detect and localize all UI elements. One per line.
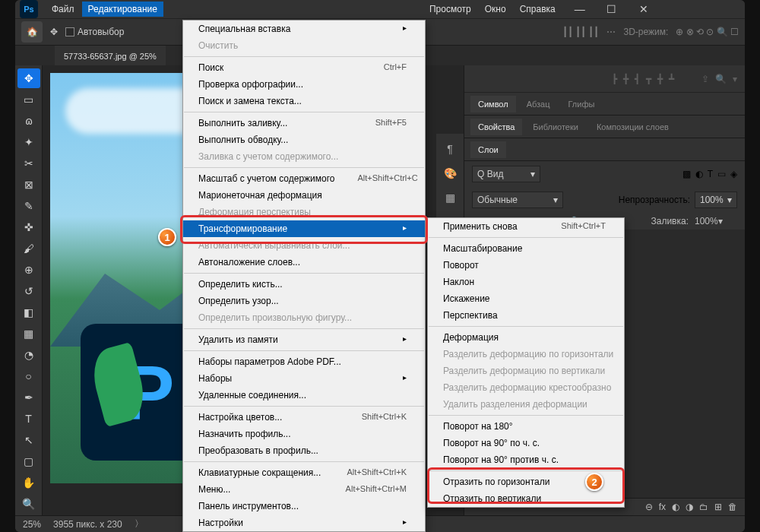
move-tool-icon[interactable]: ✥ xyxy=(50,27,58,37)
shape-tool[interactable]: ▢ xyxy=(17,451,40,471)
dodge-tool[interactable]: ○ xyxy=(17,366,40,386)
mask-icon[interactable]: ◐ xyxy=(672,502,679,512)
gradient-tool[interactable]: ▦ xyxy=(17,324,40,344)
filter-icon[interactable]: ▩ xyxy=(682,169,691,179)
fx-icon[interactable]: fx xyxy=(659,502,666,512)
menu-scale[interactable]: Масштабирование xyxy=(428,240,624,257)
panel-icon-b[interactable]: 🎨 xyxy=(441,164,459,182)
adjustment-icon[interactable]: ◑ xyxy=(686,502,693,512)
menu-define-brush[interactable]: Определить кисть... xyxy=(183,276,425,293)
menu-search[interactable]: ПоискCtrl+F xyxy=(183,59,425,76)
menu-rotate-180[interactable]: Поворот на 180° xyxy=(428,418,624,435)
pen-tool[interactable]: ✒ xyxy=(17,388,40,407)
menu-presets[interactable]: Наборы▸ xyxy=(183,370,425,387)
align-icon[interactable]: ┳ xyxy=(646,74,651,84)
menu-convert-profile[interactable]: Преобразовать в профиль... xyxy=(183,442,425,459)
lasso-tool[interactable]: ɷ xyxy=(17,111,40,131)
stamp-tool[interactable]: ⊕ xyxy=(17,260,40,280)
menu-perspective[interactable]: Перспектива xyxy=(428,307,624,324)
move-tool[interactable]: ✥ xyxy=(17,68,40,88)
tab-libraries[interactable]: Библиотеки xyxy=(525,119,586,135)
menu-define-pattern[interactable]: Определить узор... xyxy=(183,293,425,309)
crop-tool[interactable]: ✂ xyxy=(17,154,40,173)
menu-pdf-presets[interactable]: Наборы параметров Adobe PDF... xyxy=(183,353,425,370)
menu-rotate[interactable]: Поворот xyxy=(428,257,624,274)
menu-purge[interactable]: Удалить из памяти▸ xyxy=(183,331,425,348)
fill-input[interactable]: 100%▾ xyxy=(695,216,737,226)
menu-stroke[interactable]: Выполнить обводку... xyxy=(183,131,425,148)
trash-icon[interactable]: 🗑 xyxy=(728,502,737,512)
heal-tool[interactable]: ✜ xyxy=(17,217,40,237)
menu-paste-special[interactable]: Специальная вставка▸ xyxy=(183,21,425,37)
panel-icon-a[interactable]: ¶ xyxy=(441,140,459,158)
menu-rotate-90cw[interactable]: Поворот на 90° по ч. с. xyxy=(428,435,624,451)
menu-find-replace[interactable]: Поиск и замена текста... xyxy=(183,93,425,109)
home-button[interactable]: 🏠 xyxy=(21,21,43,43)
link-layers-icon[interactable]: ⊖ xyxy=(645,502,653,512)
menu-edit[interactable]: Редактирование xyxy=(82,2,163,17)
eraser-tool[interactable]: ◧ xyxy=(17,302,40,322)
menu-spell[interactable]: Проверка орфографии... xyxy=(183,76,425,93)
tab-layercomps[interactable]: Композиции слоев xyxy=(589,119,676,135)
marquee-tool[interactable]: ▭ xyxy=(17,90,40,109)
layer-kind-select[interactable]: Q Вид▾ xyxy=(472,166,540,182)
brush-tool[interactable]: 🖌 xyxy=(17,239,40,258)
menu-flip-vertical[interactable]: Отразить по вертикали xyxy=(428,490,624,507)
history-brush-tool[interactable]: ↺ xyxy=(17,281,40,301)
filter-icon[interactable]: T xyxy=(708,169,713,179)
blend-mode-select[interactable]: Обычные▾ xyxy=(472,192,563,208)
filter-icon[interactable]: ◐ xyxy=(695,169,703,179)
menu-transform[interactable]: Трансформирование▸ xyxy=(183,220,425,237)
close-button[interactable]: ✕ xyxy=(629,0,659,21)
align-icon[interactable]: ╋ xyxy=(657,74,663,84)
menu-rotate-90ccw[interactable]: Поворот на 90° против ч. с. xyxy=(428,451,624,468)
menu-auto-blend[interactable]: Автоналожение слоев... xyxy=(183,254,425,271)
menu-view[interactable]: Просмотр xyxy=(423,2,477,17)
menu-toolbar[interactable]: Панель инструментов... xyxy=(183,498,425,515)
align-icon[interactable]: ┣ xyxy=(612,74,617,84)
menu-prefs[interactable]: Настройки▸ xyxy=(183,515,425,531)
menu-content-scale[interactable]: Масштаб с учетом содержимогоAlt+Shift+Ct… xyxy=(183,170,425,187)
menu-color-settings[interactable]: Настройка цветов...Shift+Ctrl+K xyxy=(183,409,425,426)
document-tab[interactable]: 57733-65637.jpg @ 25% xyxy=(55,46,166,65)
tab-paragraph[interactable]: Абзац xyxy=(519,96,558,112)
menu-distort[interactable]: Искажение xyxy=(428,290,624,307)
menu-menus[interactable]: Меню...Alt+Shift+Ctrl+M xyxy=(183,481,425,498)
menu-puppet-warp[interactable]: Марионеточная деформация xyxy=(183,187,425,204)
folder-icon[interactable]: 🗀 xyxy=(699,502,708,512)
menu-help[interactable]: Справка xyxy=(514,2,562,17)
tab-layers[interactable]: Слои xyxy=(470,141,506,158)
menu-shortcuts[interactable]: Клавиатурные сокращения...Alt+Shift+Ctrl… xyxy=(183,464,425,481)
menu-warp[interactable]: Деформация xyxy=(428,329,624,346)
align-icon[interactable]: ┻ xyxy=(669,74,674,84)
new-layer-icon[interactable]: ⊞ xyxy=(714,502,722,512)
panel-icon-c[interactable]: ▦ xyxy=(441,188,459,207)
align-icon[interactable]: ╋ xyxy=(623,74,629,84)
tab-symbol[interactable]: Символ xyxy=(470,96,516,112)
path-tool[interactable]: ↖ xyxy=(17,430,40,450)
menu-file[interactable]: Файл xyxy=(46,2,81,17)
filter-icon[interactable]: ▭ xyxy=(717,169,726,179)
type-tool[interactable]: T xyxy=(17,409,40,429)
search-icon[interactable]: 🔍 xyxy=(715,74,727,84)
minimize-button[interactable]: — xyxy=(565,0,595,21)
menu-transform-again[interactable]: Применить сноваShift+Ctrl+T xyxy=(428,218,624,235)
share-icon[interactable]: ⇪ xyxy=(701,74,709,84)
opacity-input[interactable]: 100%▾ xyxy=(695,192,737,208)
blur-tool[interactable]: ◔ xyxy=(17,345,40,365)
tab-glyphs[interactable]: Глифы xyxy=(561,96,603,112)
menu-fill[interactable]: Выполнить заливку...Shift+F5 xyxy=(183,115,425,131)
filter-icon[interactable]: ◈ xyxy=(730,169,737,179)
frame-tool[interactable]: ⊠ xyxy=(17,175,40,195)
menu-window[interactable]: Окно xyxy=(479,2,512,17)
menu-assign-profile[interactable]: Назначить профиль... xyxy=(183,426,425,442)
menu-remote[interactable]: Удаленные соединения... xyxy=(183,387,425,404)
wand-tool[interactable]: ✦ xyxy=(17,132,40,152)
menu-skew[interactable]: Наклон xyxy=(428,274,624,290)
eyedropper-tool[interactable]: ✎ xyxy=(17,196,40,216)
hand-tool[interactable]: ✋ xyxy=(17,473,40,492)
auto-select-checkbox[interactable]: Автовыбор xyxy=(65,27,124,37)
maximize-button[interactable]: ☐ xyxy=(597,0,627,21)
zoom-tool[interactable]: 🔍 xyxy=(17,494,40,514)
zoom-level[interactable]: 25% xyxy=(23,519,41,530)
